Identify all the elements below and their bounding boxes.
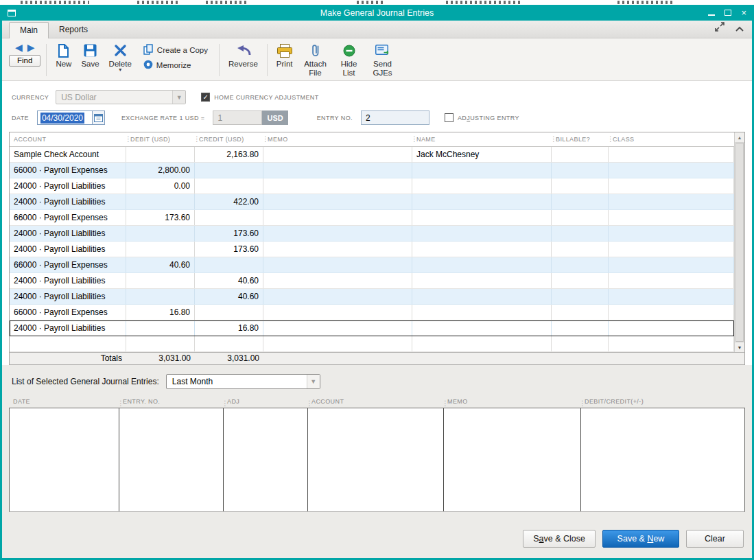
- cell-account[interactable]: Sample Check Account: [10, 147, 126, 162]
- cell-name[interactable]: [412, 257, 552, 272]
- new-button[interactable]: New: [56, 42, 71, 68]
- journal-row[interactable]: 24000 · Payroll Liabilities 173.60: [10, 242, 734, 257]
- journal-row[interactable]: 24000 · Payroll Liabilities 173.60: [10, 226, 734, 242]
- cell-billable[interactable]: [552, 289, 609, 304]
- tab-reports[interactable]: Reports: [49, 22, 98, 38]
- cell-credit[interactable]: 16.80: [195, 320, 263, 336]
- cell-name[interactable]: [412, 242, 552, 257]
- journal-row[interactable]: 24000 · Payroll Liabilities 422.00: [10, 194, 734, 210]
- journal-scrollbar[interactable]: ▲ ▼: [734, 132, 744, 352]
- cell-memo[interactable]: [263, 163, 412, 178]
- cell-memo[interactable]: [263, 289, 412, 304]
- cell-name[interactable]: [412, 178, 552, 194]
- clear-button[interactable]: Clear: [686, 530, 744, 548]
- attach-file-button[interactable]: Attach File: [303, 42, 329, 78]
- calendar-button[interactable]: [92, 110, 105, 125]
- cell-billable[interactable]: [552, 194, 609, 209]
- cell-billable[interactable]: [552, 257, 609, 272]
- find-button[interactable]: Find: [9, 55, 40, 67]
- cell-account[interactable]: 24000 · Payroll Liabilities: [10, 226, 126, 241]
- reverse-button[interactable]: Reverse: [228, 42, 258, 68]
- cell-name[interactable]: [412, 273, 552, 288]
- cell-credit[interactable]: 173.60: [195, 242, 263, 257]
- cell-memo[interactable]: [263, 194, 412, 209]
- cell-memo[interactable]: [263, 147, 412, 162]
- journal-row[interactable]: 24000 · Payroll Liabilities 0.00: [10, 178, 734, 194]
- cell-credit[interactable]: 2,163.80: [195, 147, 263, 162]
- hide-list-button[interactable]: Hide List: [338, 42, 360, 78]
- cell-memo[interactable]: [263, 226, 412, 241]
- cell-billable[interactable]: [552, 147, 609, 162]
- journal-row[interactable]: 66000 · Payroll Expenses 16.80: [10, 305, 734, 320]
- cell-memo[interactable]: [263, 273, 412, 288]
- cell-billable[interactable]: [552, 178, 609, 194]
- journal-row[interactable]: 66000 · Payroll Expenses 40.60: [10, 257, 734, 273]
- cell-credit[interactable]: 40.60: [195, 289, 263, 304]
- cell-billable[interactable]: [552, 242, 609, 257]
- cell-billable[interactable]: [552, 210, 609, 225]
- cell-class[interactable]: [609, 289, 734, 304]
- cell-billable[interactable]: [552, 320, 609, 336]
- home-currency-adjustment-checkbox[interactable]: ✓: [201, 93, 210, 102]
- cell-credit[interactable]: [195, 178, 263, 194]
- delete-button[interactable]: Delete ▾: [109, 42, 132, 72]
- maximize-button[interactable]: [724, 10, 731, 16]
- cell-credit[interactable]: 40.60: [195, 273, 263, 288]
- cell-account[interactable]: 66000 · Payroll Expenses: [10, 257, 126, 272]
- cell-memo[interactable]: [263, 178, 412, 194]
- cell-name[interactable]: Jack McChesney: [412, 147, 552, 162]
- cell-account[interactable]: 24000 · Payroll Liabilities: [10, 289, 126, 304]
- cell-memo[interactable]: [263, 320, 412, 336]
- cell-debit[interactable]: [126, 147, 195, 162]
- cell-name[interactable]: [412, 194, 552, 209]
- cell-debit[interactable]: [126, 194, 195, 209]
- adjusting-entry-checkbox[interactable]: [445, 113, 453, 122]
- cell-account[interactable]: 24000 · Payroll Liabilities: [10, 273, 126, 288]
- cell-class[interactable]: [609, 320, 734, 336]
- cell-debit[interactable]: [126, 226, 195, 241]
- cell-name[interactable]: [412, 163, 552, 178]
- journal-row[interactable]: 24000 · Payroll Liabilities 16.80: [10, 320, 734, 336]
- date-input[interactable]: 04/30/2020: [37, 110, 92, 125]
- journal-row[interactable]: 66000 · Payroll Expenses 173.60: [10, 210, 734, 226]
- cell-class[interactable]: [609, 194, 734, 209]
- cell-debit[interactable]: 2,800.00: [126, 163, 195, 178]
- scroll-up-icon[interactable]: ▲: [735, 132, 744, 143]
- cell-credit[interactable]: [195, 163, 263, 178]
- cell-billable[interactable]: [552, 163, 609, 178]
- collapse-ribbon-icon[interactable]: [735, 22, 744, 34]
- cell-name[interactable]: [412, 226, 552, 241]
- journal-row[interactable]: 24000 · Payroll Liabilities 40.60: [10, 289, 734, 305]
- memorize-button[interactable]: Memorize: [143, 60, 208, 71]
- cell-memo[interactable]: [263, 257, 412, 272]
- cell-class[interactable]: [609, 257, 734, 272]
- cell-account[interactable]: 66000 · Payroll Expenses: [10, 210, 126, 225]
- cell-name[interactable]: [412, 320, 552, 336]
- journal-row[interactable]: Sample Check Account 2,163.80 Jack McChe…: [10, 147, 734, 163]
- cell-debit[interactable]: [126, 273, 195, 288]
- cell-class[interactable]: [609, 305, 734, 320]
- cell-account[interactable]: 66000 · Payroll Expenses: [10, 305, 126, 320]
- cell-debit[interactable]: [126, 320, 195, 336]
- cell-class[interactable]: [609, 273, 734, 288]
- close-button[interactable]: ×: [741, 8, 746, 17]
- cell-billable[interactable]: [552, 305, 609, 320]
- expand-window-icon[interactable]: [715, 22, 724, 34]
- cell-class[interactable]: [609, 178, 734, 194]
- cell-class[interactable]: [609, 242, 734, 257]
- cell-account[interactable]: 24000 · Payroll Liabilities: [10, 320, 126, 336]
- send-gjes-button[interactable]: Send GJEs: [370, 42, 396, 78]
- back-arrow-icon[interactable]: ◀: [15, 42, 23, 53]
- cell-debit[interactable]: 16.80: [126, 305, 195, 320]
- print-button[interactable]: Print: [276, 42, 293, 68]
- journal-row[interactable]: 24000 · Payroll Liabilities 40.60: [10, 273, 734, 289]
- cell-class[interactable]: [609, 210, 734, 225]
- cell-name[interactable]: [412, 289, 552, 304]
- create-copy-button[interactable]: Create a Copy: [143, 44, 208, 56]
- cell-name[interactable]: [412, 305, 552, 320]
- cell-memo[interactable]: [263, 210, 412, 225]
- save-and-new-button[interactable]: Save & New: [602, 530, 679, 548]
- cell-debit[interactable]: 40.60: [126, 257, 195, 272]
- tab-main[interactable]: Main: [9, 22, 49, 38]
- cell-credit[interactable]: 173.60: [195, 226, 263, 241]
